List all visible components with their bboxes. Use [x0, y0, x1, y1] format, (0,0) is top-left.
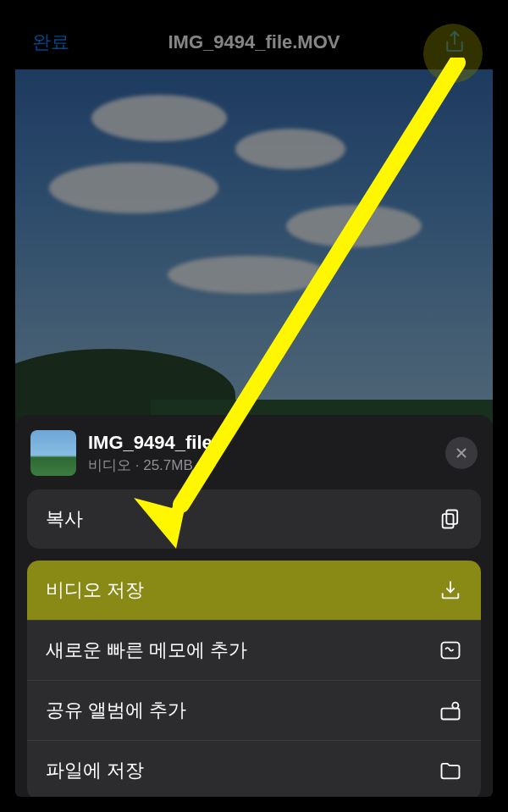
add-quick-note-label: 새로운 빠른 메모에 추가 — [46, 638, 247, 663]
svg-rect-3 — [443, 514, 454, 528]
save-video-label: 비디오 저장 — [46, 577, 144, 603]
svg-point-6 — [452, 703, 458, 709]
close-button[interactable] — [445, 437, 478, 469]
add-quick-note-option[interactable]: 새로운 빠른 메모에 추가 — [27, 621, 481, 680]
download-icon — [439, 578, 462, 602]
file-name-label: IMG_9494_file — [88, 432, 433, 454]
share-sheet: IMG_9494_file 비디오 · 25.7MB 복사 비디오 저장 — [15, 415, 493, 797]
file-meta-label: 비디오 · 25.7MB — [88, 456, 433, 475]
folder-icon — [439, 759, 462, 782]
copy-option[interactable]: 복사 — [27, 489, 481, 549]
sheet-header: IMG_9494_file 비디오 · 25.7MB — [15, 415, 493, 489]
copy-label: 복사 — [46, 506, 83, 532]
save-to-files-option[interactable]: 파일에 저장 — [27, 741, 481, 797]
shared-album-icon — [439, 699, 462, 722]
close-icon — [454, 445, 469, 461]
file-thumbnail — [30, 430, 76, 476]
save-to-files-label: 파일에 저장 — [46, 758, 144, 783]
add-shared-album-label: 공유 앨범에 추가 — [46, 698, 186, 723]
svg-rect-5 — [442, 709, 460, 720]
svg-rect-2 — [446, 511, 457, 524]
quick-note-icon — [439, 638, 462, 662]
add-shared-album-option[interactable]: 공유 앨범에 추가 — [27, 681, 481, 740]
save-video-option[interactable]: 비디오 저장 — [27, 561, 481, 620]
copy-icon — [439, 507, 462, 531]
